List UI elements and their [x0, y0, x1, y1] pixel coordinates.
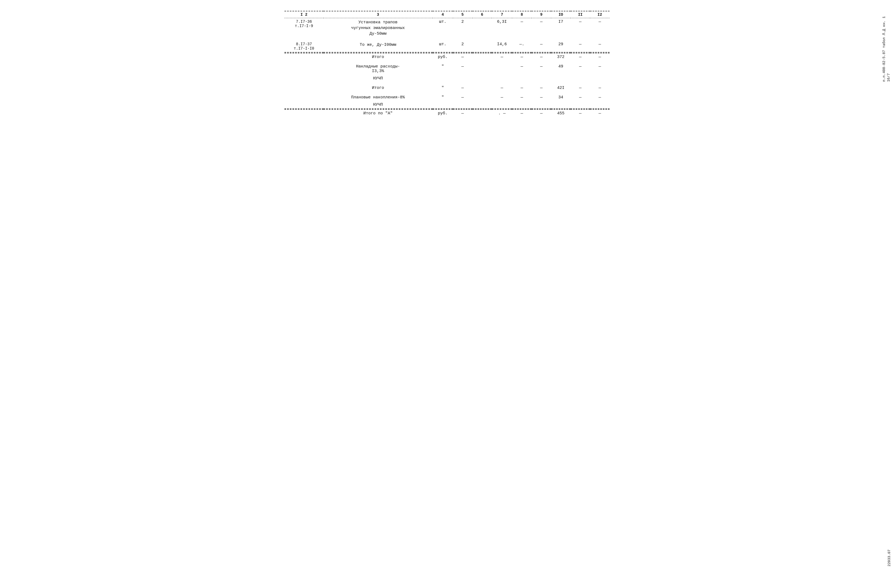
nakl-col10: —: [571, 63, 590, 75]
header-col-9: 9: [532, 11, 551, 18]
itogo2-unit: ": [433, 84, 453, 92]
row1-col8: —: [532, 18, 551, 38]
table-row: 8.I7-37 т.I7-I-I0 То же, Ду-I00мм шт. 2 …: [284, 41, 610, 52]
row1-col5: [473, 18, 492, 38]
summary-label-itogo2: Итого: [323, 84, 433, 92]
nakl-col4: —: [453, 63, 473, 75]
row1-unit: шт.: [433, 18, 453, 38]
nakl-col7: —: [512, 63, 532, 75]
final-label: Итого по "А": [323, 109, 433, 117]
itogo2-col9: 42I: [551, 84, 571, 92]
row1-col9: I7: [551, 18, 571, 38]
row1-col6: 6,3I: [492, 18, 512, 38]
plan-col11: —: [590, 94, 610, 101]
row2-col5: [473, 41, 492, 52]
sum1-col10: —: [571, 53, 590, 61]
row2-unit: шт.: [433, 41, 453, 52]
row2-col11: —: [590, 41, 610, 52]
plan-col7: —: [512, 94, 532, 101]
nakladnye-unit: ": [433, 63, 453, 75]
sum1-col4: —: [453, 53, 473, 61]
sum1-col6: —: [492, 53, 512, 61]
header-col-4: 4: [433, 11, 453, 18]
row2-desc: То же, Ду-I00мм: [323, 41, 433, 52]
sum1-col11: —: [590, 53, 610, 61]
summary-label-planovye: Плановые накопления-8%: [323, 94, 433, 101]
nuchp-label-1: НУЧП: [323, 75, 433, 82]
plan-unit: ": [433, 94, 453, 101]
final-unit: руб.: [433, 109, 453, 117]
plan-col10: —: [571, 94, 590, 101]
spacer-row: [284, 38, 610, 41]
header-col-10: IO: [551, 11, 571, 18]
final-col7: —: [512, 109, 532, 117]
nuchp-1: НУЧП: [284, 75, 610, 82]
header-col-7: 7: [492, 11, 512, 18]
row2-code: 8.I7-37 т.I7-I-I0: [284, 41, 323, 52]
itogo2-col10: —: [571, 84, 590, 92]
row1-col7: —: [512, 18, 532, 38]
table-row: 7.I7-36 т.I7-I-9 Установка трапов чугунн…: [284, 18, 610, 38]
final-col6: . —: [492, 109, 512, 117]
row1-desc: Установка трапов чугунных эмалированных …: [323, 18, 433, 38]
spacer-row: [284, 61, 610, 63]
row1-col11: —: [590, 18, 610, 38]
summary-nakladnye: Накладные расходы- I3,3% " — — — 49 — —: [284, 63, 610, 75]
nakl-col9: 49: [551, 63, 571, 75]
side-text-top: п.п.408-82-5.87 табол Л.Д кн. 1 16/7: [882, 16, 891, 82]
header-col-12: I 2: [284, 11, 323, 18]
header-col-6: 6: [473, 11, 492, 18]
plan-col8: —: [532, 94, 551, 101]
header-col-5: 5: [453, 11, 473, 18]
spacer-row: [284, 82, 610, 84]
row2-col4: 2: [453, 41, 473, 52]
sum1-col7: —: [512, 53, 532, 61]
sum1-col9: 372: [551, 53, 571, 61]
page-container: п.п.408-82-5.87 табол Л.Д кн. 1 16/7 220…: [284, 11, 610, 117]
final-col11: —: [590, 109, 610, 117]
row1-col4: 2: [453, 18, 473, 38]
header-col-8: 8: [512, 11, 532, 18]
side-text-bottom: 22033.07: [887, 550, 891, 566]
itogo2-col8: —: [532, 84, 551, 92]
row2-col10: —: [571, 41, 590, 52]
header-col-12: I2: [590, 11, 610, 18]
final-row: Итого по "А" руб. — . — — — 455 — —: [284, 109, 610, 117]
itogo2-col7: —: [512, 84, 532, 92]
nakl-col11: —: [590, 63, 610, 75]
plan-col4: —: [453, 94, 473, 101]
sum1-col8: —: [532, 53, 551, 61]
header-col-11: II: [571, 11, 590, 18]
itogo2-col6: —: [492, 84, 512, 92]
final-col4: —: [453, 109, 473, 117]
itogo2-col11: —: [590, 84, 610, 92]
row2-col8: —: [532, 41, 551, 52]
final-col8: —: [532, 109, 551, 117]
nuchp-2: НУЧП: [284, 101, 610, 109]
plan-col9: 34: [551, 94, 571, 101]
row2-col9: 29: [551, 41, 571, 52]
row1-col10: —: [571, 18, 590, 38]
nuchp-label-2: НУЧП: [323, 101, 433, 109]
header-col-3: 3: [323, 11, 433, 18]
summary-unit-itogo1: руб.: [433, 53, 453, 61]
final-col9: 455: [551, 109, 571, 117]
row2-col7: —.: [512, 41, 532, 52]
summary-planovye: Плановые накопления-8% " — — — — 34 — —: [284, 94, 610, 101]
itogo2-col4: —: [453, 84, 473, 92]
summary-label-itogo1: Итого: [323, 53, 433, 61]
header-row: I 2 3 4 5 6 7 8 9 IO II I2: [284, 11, 610, 18]
nakl-col8: —: [532, 63, 551, 75]
summary-itogo-1: Итого руб. — — — — 372 — —: [284, 53, 610, 61]
row2-col6: I4,6: [492, 41, 512, 52]
final-col10: —: [571, 109, 590, 117]
plan-col6: —: [492, 94, 512, 101]
spacer-row: [284, 92, 610, 94]
main-table: I 2 3 4 5 6 7 8 9 IO II I2 7.I7-36 т.I7-…: [284, 11, 610, 117]
summary-itogo-2: Итого " — — — — 42I — —: [284, 84, 610, 92]
summary-label-nakladnye: Накладные расходы- I3,3%: [323, 63, 433, 75]
row1-code: 7.I7-36 т.I7-I-9: [284, 18, 323, 38]
